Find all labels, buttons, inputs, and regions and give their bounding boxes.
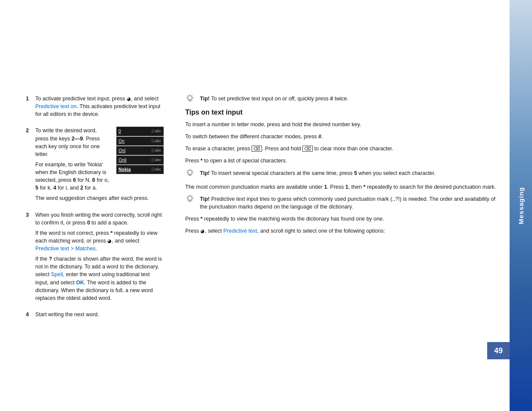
signal-abc-5: ⍁ abc bbox=[152, 167, 161, 172]
tip-1-text: Tip! To set predictive text input on or … bbox=[200, 95, 348, 103]
svg-line-18 bbox=[188, 174, 189, 175]
phone-word-0: 0 bbox=[118, 128, 121, 134]
svg-line-27 bbox=[192, 196, 193, 196]
main-content: 1 To activate predictive text input, pre… bbox=[0, 0, 510, 411]
list-item-1: 1 To activate predictive text input, pre… bbox=[26, 95, 164, 121]
list-content-2: 0 ⍁ abc On ⍁ abc Onl ⍁ abc bbox=[35, 127, 164, 205]
left-column: 1 To activate predictive text input, pre… bbox=[26, 95, 164, 385]
svg-point-0 bbox=[188, 96, 192, 100]
signal-abc-4: ⍁ abc bbox=[152, 157, 161, 163]
numbered-list: 1 To activate predictive text input, pre… bbox=[26, 95, 164, 321]
page-container: Messaging 49 1 To activate predictive te… bbox=[0, 0, 532, 411]
list-number-3: 3 bbox=[26, 211, 32, 305]
link-predictive-text-bottom[interactable]: Predictive text bbox=[224, 228, 258, 234]
svg-line-26 bbox=[192, 200, 193, 201]
list-number-1: 1 bbox=[26, 95, 32, 121]
right-para-5: The most common punctuation marks are av… bbox=[185, 183, 497, 191]
tips-heading: Tips on text input bbox=[185, 109, 497, 116]
svg-line-15 bbox=[188, 170, 189, 171]
phone-row-4: Onli ⍁ abc bbox=[116, 156, 164, 165]
lightbulb-icon-1 bbox=[185, 94, 196, 104]
list-content-3: When you finish writing the word correct… bbox=[35, 211, 164, 305]
list-1-text: To activate predictive text input, press… bbox=[35, 95, 164, 118]
right-para-4: Press * to open a list of special charac… bbox=[185, 157, 497, 165]
phone-mockup: 0 ⍁ abc On ⍁ abc Onl ⍁ abc bbox=[116, 127, 164, 174]
lightbulb-icon-3 bbox=[185, 194, 196, 205]
link-ok[interactable]: OK bbox=[76, 280, 84, 286]
side-tab: Messaging bbox=[510, 0, 532, 411]
list-3-text-1: When you finish writing the word correct… bbox=[35, 211, 164, 227]
right-para-2: To switch between the different characte… bbox=[185, 133, 497, 140]
phone-word-onli: Onli bbox=[118, 157, 127, 163]
list-content-4: Start writing the next word. bbox=[35, 311, 164, 321]
list-number-4: 4 bbox=[26, 311, 32, 321]
svg-line-7 bbox=[192, 96, 193, 97]
right-para-7: Press ◕, select Predictive text, and scr… bbox=[185, 227, 497, 235]
tip-block-3: Tip! Predictive text input tries to gues… bbox=[185, 195, 497, 211]
list-item-2: 2 0 ⍁ abc On ⍁ abc bbox=[26, 127, 164, 205]
list-3-text-3: If the ? character is shown after the wo… bbox=[35, 255, 164, 302]
svg-line-28 bbox=[188, 200, 189, 201]
svg-line-16 bbox=[192, 174, 193, 175]
phone-word-nokia: Nokia bbox=[118, 166, 131, 173]
svg-point-20 bbox=[188, 196, 192, 200]
link-predictive-text-on[interactable]: Predictive text on bbox=[35, 103, 77, 109]
list-3-text-2: If the word is not correct, press * repe… bbox=[35, 229, 164, 252]
phone-row-5: Nokia ⍁ abc bbox=[116, 165, 164, 174]
phone-row-2: On ⍁ abc bbox=[116, 137, 164, 146]
phone-row-3: Onl ⍁ abc bbox=[116, 146, 164, 155]
phone-word-on: On bbox=[118, 138, 124, 144]
link-predictive-text-matches[interactable]: Predictive text > Matches bbox=[35, 246, 96, 252]
svg-line-25 bbox=[188, 196, 189, 196]
svg-line-5 bbox=[188, 96, 189, 97]
lightbulb-icon-2 bbox=[185, 168, 196, 179]
signal-abc-3: ⍁ abc bbox=[152, 148, 161, 153]
phone-word-onl: Onl bbox=[118, 147, 125, 154]
svg-point-10 bbox=[188, 170, 192, 174]
tip-2-text: Tip! To insert several special character… bbox=[200, 169, 436, 177]
right-para-1: To insert a number in letter mode, press… bbox=[185, 121, 497, 128]
list-content-1: To activate predictive text input, press… bbox=[35, 95, 164, 121]
svg-line-8 bbox=[188, 100, 189, 100]
list-item-4: 4 Start writing the next word. bbox=[26, 311, 164, 321]
svg-line-6 bbox=[192, 100, 193, 100]
signal-abc-2: ⍁ abc bbox=[152, 138, 161, 144]
right-column: Tip! To set predictive text input on or … bbox=[177, 95, 497, 385]
side-tab-label: Messaging bbox=[517, 187, 525, 224]
phone-row-1: 0 ⍁ abc bbox=[116, 127, 164, 136]
list-2-text-3: The word suggestion changes after each p… bbox=[35, 194, 164, 202]
signal-abc-1: ⍁ abc bbox=[152, 128, 161, 134]
right-para-6: Press * repeatedly to view the matching … bbox=[185, 215, 497, 223]
svg-line-17 bbox=[192, 170, 193, 171]
tip-3-text: Tip! Predictive text input tries to gues… bbox=[200, 195, 497, 211]
right-para-3: To erase a character, press ⌫. Press and… bbox=[185, 145, 497, 153]
tip-block-2: Tip! To insert several special character… bbox=[185, 169, 497, 179]
list-4-text: Start writing the next word. bbox=[35, 311, 164, 318]
tip-block-1: Tip! To set predictive text input on or … bbox=[185, 95, 497, 104]
list-item-3: 3 When you finish writing the word corre… bbox=[26, 211, 164, 305]
link-spell[interactable]: Spell bbox=[51, 271, 63, 277]
list-number-2: 2 bbox=[26, 127, 32, 205]
